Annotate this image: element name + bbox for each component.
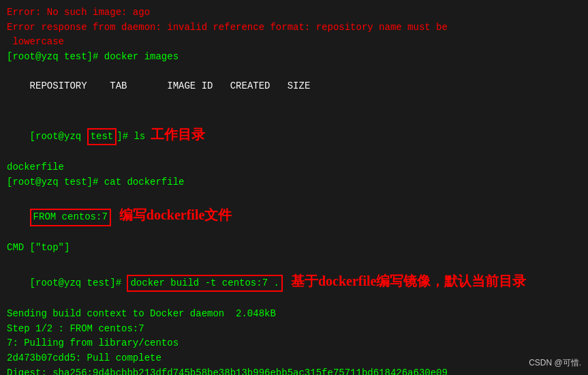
from-centos-highlighted: FROM centos:7 [30,209,111,226]
annotation-build-image: 基于dockerfile编写镜像，默认当前目录 [291,273,527,288]
header-repository: REPOSITORY TAB [30,80,168,91]
step-1-2: Step 1/2 : FROM centos:7 [7,322,581,337]
pulling-from-library: 7: Pulling from library/centos [7,336,581,351]
cat-dockerfile-cmd: [root@yzq test]# cat dockerfile [7,175,581,190]
ls-cmd-line: [root@yzq test]# ls工作目录 [7,109,581,160]
pull-complete: 2d473b07cdd5: Pull complete [7,351,581,366]
watermark: CSDN @可惜. [529,357,581,370]
docker-build-prompt: [root@yzq test]# [30,278,127,288]
docker-images-cmd: [root@yzq test]# docker images [7,50,581,65]
prompt-before-test: [root@yzq [30,131,87,142]
docker-build-cmd-highlighted: docker build -t centos:7 . [127,275,282,292]
header-size: SIZE [288,80,311,91]
error-line-3: lowercase [7,35,581,50]
docker-build-line: [root@yzq test]# docker build -t centos:… [7,256,581,307]
cmd-top-line: CMD ["top"] [7,241,581,256]
annotation-working-dir: 工作目录 [151,127,205,142]
dockerfile-listing: dockerfile [7,160,581,175]
terminal: Error: No such image: ago Error response… [0,0,588,375]
digest-line: Digest: sha256:9d4bcbbb213dfd745b58be38b… [7,366,581,375]
error-line-1: Error: No such image: ago [7,5,581,20]
docker-images-header: REPOSITORY TAB IMAGE ID CREATED SIZE [7,65,581,109]
sending-build-context: Sending build context to Docker daemon 2… [7,307,581,322]
prompt-after-test: ]# ls [117,131,145,142]
header-created: CREATED [230,80,288,91]
error-line-2: Error response from daemon: invalid refe… [7,20,581,35]
test-highlighted: test [87,128,117,146]
from-centos-line: FROM centos:7编写dockerfile文件 [7,190,581,241]
header-imageid: IMAGE ID [167,80,230,91]
annotation-write-dockerfile: 编写dockerfile文件 [119,207,232,222]
